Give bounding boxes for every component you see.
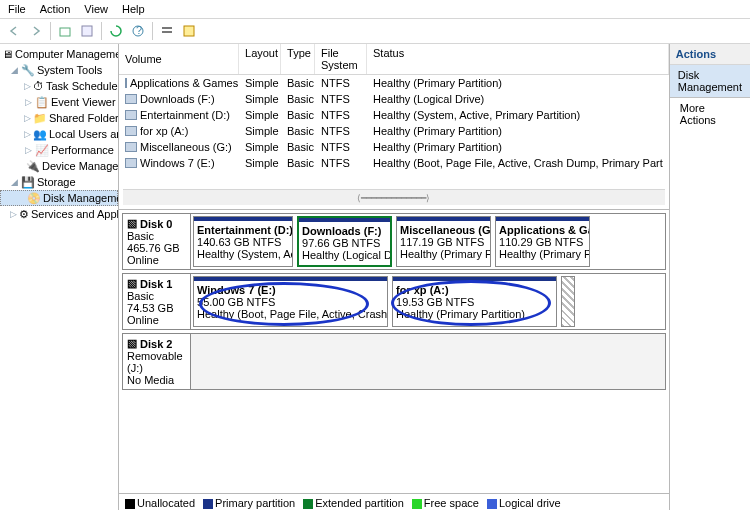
tree-disk-management[interactable]: 📀Disk Management (0, 190, 118, 206)
volume-type: Basic (281, 156, 315, 170)
col-status[interactable]: Status (367, 44, 669, 74)
partition-status: Healthy (Boot, Page File, Active, Crash … (197, 308, 388, 320)
settings-button[interactable] (179, 21, 199, 41)
col-layout[interactable]: Layout (239, 44, 281, 74)
partition-size: 55.00 GB NTFS (197, 296, 275, 308)
tree-device-manager[interactable]: 🔌Device Manager (0, 158, 118, 174)
collapse-icon[interactable]: ◢ (10, 177, 19, 187)
tree-task-scheduler[interactable]: ▷⏱Task Scheduler (0, 78, 118, 94)
disk-state: Online (127, 254, 186, 266)
disk-icon: ▧ (127, 277, 137, 290)
chart-icon: 📈 (35, 143, 49, 157)
folder-icon: 📁 (33, 111, 47, 125)
col-volume[interactable]: Volume (119, 44, 239, 74)
volume-row[interactable]: for xp (A:) Simple Basic NTFS Healthy (P… (119, 123, 669, 139)
back-button[interactable] (4, 21, 24, 41)
tree-root[interactable]: 🖥Computer Management (Local (0, 46, 118, 62)
event-icon: 📋 (35, 95, 49, 109)
navigation-tree[interactable]: 🖥Computer Management (Local ◢🔧System Too… (0, 44, 119, 510)
volume-row[interactable]: Windows 7 (E:) Simple Basic NTFS Healthy… (119, 155, 669, 171)
volume-layout: Simple (239, 124, 281, 138)
expand-icon[interactable]: ▷ (24, 129, 31, 139)
legend: Unallocated Primary partition Extended p… (119, 493, 669, 510)
volume-fs: NTFS (315, 92, 367, 106)
partition-status: Healthy (Primary Part (400, 248, 491, 260)
volume-row[interactable]: Entertainment (D:) Simple Basic NTFS Hea… (119, 107, 669, 123)
volume-row[interactable]: Applications & Games (C:) Simple Basic N… (119, 75, 669, 91)
device-icon: 🔌 (26, 159, 40, 173)
volume-status: Healthy (Primary Partition) (367, 76, 669, 90)
actions-more[interactable]: More Actions (670, 98, 750, 130)
col-type[interactable]: Type (281, 44, 315, 74)
horizontal-scrollbar[interactable]: ⟨━━━━━━━━━━━━━⟩ (123, 189, 665, 205)
volume-type: Basic (281, 140, 315, 154)
legend-extended: Extended partition (315, 497, 404, 509)
expand-icon[interactable]: ▷ (10, 209, 17, 219)
tree-shared-folders[interactable]: ▷📁Shared Folders (0, 110, 118, 126)
properties-button[interactable] (77, 21, 97, 41)
up-button[interactable] (55, 21, 75, 41)
partition[interactable]: Windows 7 (E:) 55.00 GB NTFS Healthy (Bo… (193, 276, 388, 327)
svg-rect-5 (162, 31, 172, 33)
volume-row[interactable]: Downloads (F:) Simple Basic NTFS Healthy… (119, 91, 669, 107)
volume-status: Healthy (Primary Partition) (367, 140, 669, 154)
expand-icon[interactable]: ▷ (24, 97, 33, 107)
expand-icon[interactable]: ▷ (24, 113, 31, 123)
volume-status: Healthy (Boot, Page File, Active, Crash … (367, 156, 669, 170)
menu-action[interactable]: Action (40, 3, 71, 15)
drive-icon (125, 94, 137, 104)
volume-fs: NTFS (315, 76, 367, 90)
disk-kind: Removable (J:) (127, 350, 186, 374)
partition[interactable]: Applications & Game 110.29 GB NTFS Healt… (495, 216, 590, 267)
partition-status: Healthy (Primary Part (499, 248, 590, 260)
users-icon: 👥 (33, 127, 47, 141)
volume-row[interactable]: Miscellaneous (G:) Simple Basic NTFS Hea… (119, 139, 669, 155)
volume-type: Basic (281, 108, 315, 122)
svg-rect-0 (60, 28, 70, 36)
partition[interactable]: Downloads (F:) 97.66 GB NTFS Healthy (Lo… (297, 216, 392, 267)
refresh-button[interactable] (106, 21, 126, 41)
tree-performance[interactable]: ▷📈Performance (0, 142, 118, 158)
help-button[interactable]: ? (128, 21, 148, 41)
volume-fs: NTFS (315, 124, 367, 138)
col-filesystem[interactable]: File System (315, 44, 367, 74)
partition[interactable]: Miscellaneous (G:) 117.19 GB NTFS Health… (396, 216, 491, 267)
partition-size: 97.66 GB NTFS (302, 237, 380, 249)
legend-logical: Logical drive (499, 497, 561, 509)
disk-icon: 📀 (27, 191, 41, 205)
volume-type: Basic (281, 76, 315, 90)
tree-local-users[interactable]: ▷👥Local Users and Groups (0, 126, 118, 142)
tree-event-viewer[interactable]: ▷📋Event Viewer (0, 94, 118, 110)
list-button[interactable] (157, 21, 177, 41)
disk-icon: ▧ (127, 337, 137, 350)
menu-file[interactable]: File (8, 3, 26, 15)
volume-header: Volume Layout Type File System Status (119, 44, 669, 75)
forward-button[interactable] (26, 21, 46, 41)
toolbar: ? (0, 19, 750, 44)
menu-view[interactable]: View (84, 3, 108, 15)
expand-icon[interactable]: ▷ (24, 81, 31, 91)
partition[interactable]: for xp (A:) 19.53 GB NTFS Healthy (Prima… (392, 276, 557, 327)
partition[interactable]: Entertainment (D:) 140.63 GB NTFS Health… (193, 216, 293, 267)
partition-title: Downloads (F:) (302, 225, 387, 237)
volume-status: Healthy (Primary Partition) (367, 124, 669, 138)
unallocated-space[interactable] (561, 276, 575, 327)
menu-help[interactable]: Help (122, 3, 145, 15)
disk-icon: ▧ (127, 217, 137, 230)
tree-storage[interactable]: ◢💾Storage (0, 174, 118, 190)
disk-graphic-pane[interactable]: ▧Disk 0 Basic 465.76 GB OnlineEntertainm… (119, 209, 669, 493)
disk-row[interactable]: ▧Disk 1 Basic 74.53 GB OnlineWindows 7 (… (122, 273, 666, 330)
menu-bar: File Action View Help (0, 0, 750, 19)
volume-list[interactable]: Applications & Games (C:) Simple Basic N… (119, 75, 669, 185)
expand-icon[interactable]: ▷ (24, 145, 33, 155)
actions-section[interactable]: Disk Management (670, 65, 750, 98)
tree-services[interactable]: ▷⚙Services and Applications (0, 206, 118, 222)
collapse-icon[interactable]: ◢ (10, 65, 19, 75)
disk-row[interactable]: ▧Disk 0 Basic 465.76 GB OnlineEntertainm… (122, 213, 666, 270)
tree-system-tools[interactable]: ◢🔧System Tools (0, 62, 118, 78)
volume-name: Entertainment (D:) (140, 109, 230, 121)
volume-fs: NTFS (315, 108, 367, 122)
volume-type: Basic (281, 124, 315, 138)
partition-size: 117.19 GB NTFS (400, 236, 484, 248)
disk-row[interactable]: ▧Disk 2 Removable (J:) No Media (122, 333, 666, 390)
